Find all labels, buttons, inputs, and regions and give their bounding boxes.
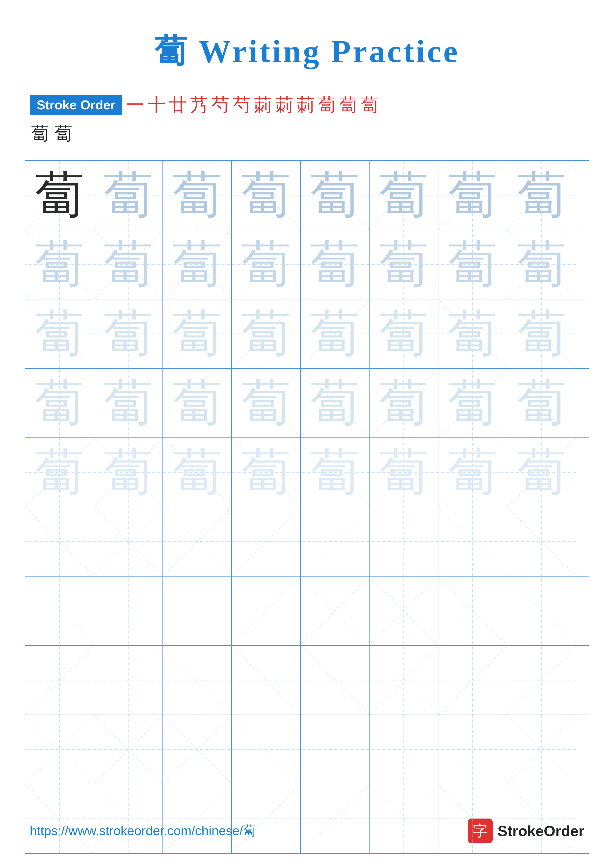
grid-cell <box>232 507 301 576</box>
footer-logo: 字 StrokeOrder <box>468 818 584 843</box>
grid-cell <box>507 507 576 576</box>
footer-url[interactable]: https://www.strokeorder.com/chinese/蔔 <box>30 822 256 840</box>
svg-line-80 <box>25 507 93 576</box>
stroke-9: 莿 <box>295 93 316 117</box>
grid-cell: 蔔 <box>94 230 163 299</box>
grid-cell <box>370 715 438 784</box>
grid-cell: 蔔 <box>163 230 232 299</box>
page-title: 蔔 Writing Practice <box>0 0 614 73</box>
svg-line-112 <box>25 646 93 715</box>
grid-cell <box>163 577 232 645</box>
grid-cell: 蔔 <box>163 369 232 437</box>
grid-cell: 蔔 <box>25 369 94 437</box>
grid-cell: 蔔 <box>232 299 301 368</box>
stroke-4: 艿 <box>189 93 210 117</box>
svg-line-134 <box>232 715 300 784</box>
stroke-10: 蔔 <box>317 93 337 117</box>
grid-row-6 <box>25 507 589 577</box>
grid-cell <box>507 646 576 715</box>
grid-cell <box>301 715 370 784</box>
stroke-6: 芍 <box>231 93 252 117</box>
grid-cell: 蔔 <box>232 161 301 229</box>
stroke-chars-row2: 蔔 蔔 <box>30 122 584 146</box>
grid-cell: 蔔 <box>507 230 576 299</box>
svg-line-122 <box>370 646 438 715</box>
grid-cell: 蔔 <box>301 438 370 507</box>
grid-cell <box>25 715 94 784</box>
svg-line-86 <box>232 507 300 576</box>
grid-cell <box>370 577 438 645</box>
grid-cell: 蔔 <box>438 369 507 437</box>
svg-line-106 <box>370 577 438 645</box>
grid-row-8 <box>25 646 589 715</box>
grid-row-2: 蔔 蔔 蔔 蔔 蔔 蔔 蔔 蔔 <box>25 230 589 299</box>
grid-cell: 蔔 <box>301 230 370 299</box>
grid-cell <box>438 646 507 715</box>
grid-cell <box>507 577 576 645</box>
grid-cell: 蔔 <box>25 438 94 507</box>
grid-cell: 蔔 <box>438 299 507 368</box>
grid-cell: 蔔 <box>438 161 507 229</box>
svg-line-116 <box>163 646 231 715</box>
stroke-r2-1: 蔔 <box>30 122 51 146</box>
svg-line-102 <box>232 577 300 645</box>
grid-cell <box>438 507 507 576</box>
stroke-1: 一 <box>125 93 146 117</box>
svg-line-138 <box>370 715 438 784</box>
grid-cell <box>163 507 232 576</box>
grid-cell <box>438 715 507 784</box>
footer: https://www.strokeorder.com/chinese/蔔 字 … <box>30 818 584 843</box>
stroke-order-badge: Stroke Order <box>30 95 122 115</box>
grid-cell: 蔔 <box>25 230 94 299</box>
grid-cell: 蔔 <box>25 299 94 368</box>
svg-line-124 <box>438 646 507 715</box>
svg-line-108 <box>438 577 507 645</box>
grid-cell: 蔔 <box>507 299 576 368</box>
grid-cell: 蔔 <box>507 369 576 437</box>
svg-line-84 <box>163 507 231 576</box>
svg-line-90 <box>370 507 438 576</box>
grid-row-7 <box>25 577 589 646</box>
grid-row-5: 蔔 蔔 蔔 蔔 蔔 蔔 蔔 蔔 <box>25 438 589 507</box>
grid-cell: 蔔 <box>438 438 507 507</box>
stroke-11: 蔔 <box>338 93 359 117</box>
svg-line-96 <box>25 577 93 645</box>
writing-grid: 蔔 蔔 蔔 蔔 蔔 蔔 蔔 蔔 <box>25 160 589 854</box>
svg-line-92 <box>438 507 507 576</box>
stroke-3: 廿 <box>168 93 188 117</box>
grid-cell: 蔔 <box>94 369 163 437</box>
grid-cell: 蔔 <box>232 230 301 299</box>
grid-cell <box>370 646 438 715</box>
stroke-r2-2: 蔔 <box>53 122 74 146</box>
grid-cell <box>232 646 301 715</box>
grid-cell: 蔔 <box>94 299 163 368</box>
stroke-7: 莿 <box>253 93 274 117</box>
grid-cell: 蔔 <box>370 369 438 437</box>
grid-cell <box>94 715 163 784</box>
grid-row-4: 蔔 蔔 蔔 蔔 蔔 蔔 蔔 蔔 <box>25 369 589 438</box>
svg-line-140 <box>438 715 507 784</box>
grid-cell <box>94 507 163 576</box>
grid-cell: 蔔 <box>163 438 232 507</box>
grid-cell: 蔔 <box>301 299 370 368</box>
footer-logo-text: StrokeOrder <box>497 823 584 840</box>
strokeorder-logo-icon: 字 <box>468 818 493 843</box>
grid-cell <box>232 715 301 784</box>
grid-row-3: 蔔 蔔 蔔 蔔 蔔 蔔 蔔 蔔 <box>25 299 589 369</box>
grid-cell: 蔔 <box>232 369 301 437</box>
grid-cell: 蔔 <box>370 230 438 299</box>
svg-line-130 <box>94 715 162 784</box>
grid-cell: 蔔 <box>301 369 370 437</box>
grid-cell <box>94 646 163 715</box>
svg-line-82 <box>94 507 162 576</box>
grid-cell: 蔔 <box>370 161 438 229</box>
stroke-order-section: Stroke Order 一 十 廿 艿 芍 芍 莿 莿 莿 蔔 蔔 蔔 <box>30 93 584 117</box>
grid-cell <box>25 646 94 715</box>
grid-row-1: 蔔 蔔 蔔 蔔 蔔 蔔 蔔 蔔 <box>25 161 589 230</box>
svg-line-88 <box>301 507 369 576</box>
grid-cell <box>507 715 576 784</box>
svg-line-104 <box>301 577 369 645</box>
grid-cell: 蔔 <box>232 438 301 507</box>
svg-line-118 <box>232 646 300 715</box>
stroke-8: 莿 <box>274 93 295 117</box>
